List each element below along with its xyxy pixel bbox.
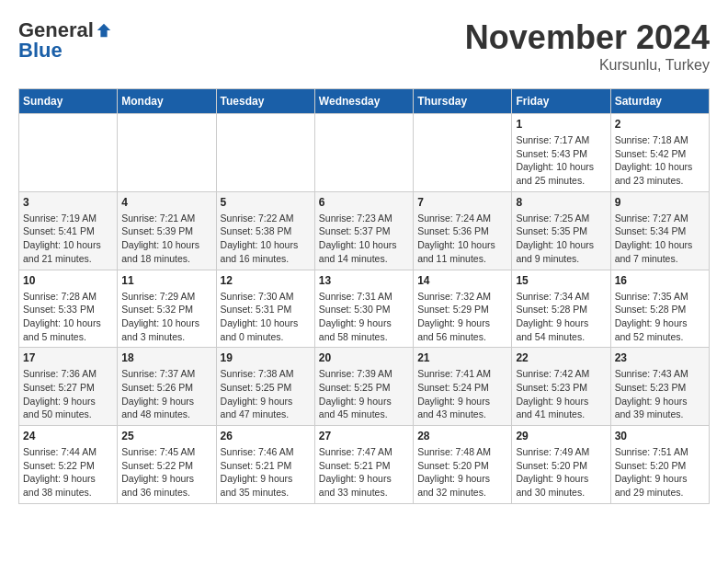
calendar-cell: 21Sunrise: 7:41 AM Sunset: 5:24 PM Dayli…: [414, 348, 512, 426]
day-info: Sunrise: 7:48 AM Sunset: 5:20 PM Dayligh…: [417, 445, 507, 500]
day-number: 5: [221, 196, 311, 209]
calendar-cell: 24Sunrise: 7:44 AM Sunset: 5:22 PM Dayli…: [19, 426, 118, 504]
weekday-header: Saturday: [610, 89, 709, 114]
calendar-week-row: 10Sunrise: 7:28 AM Sunset: 5:33 PM Dayli…: [19, 270, 710, 348]
day-info: Sunrise: 7:27 AM Sunset: 5:34 PM Dayligh…: [615, 212, 705, 266]
weekday-header: Thursday: [414, 89, 512, 114]
calendar-cell: [314, 114, 413, 192]
day-number: 7: [417, 196, 507, 209]
day-info: Sunrise: 7:23 AM Sunset: 5:37 PM Dayligh…: [319, 212, 409, 266]
day-info: Sunrise: 7:39 AM Sunset: 5:25 PM Dayligh…: [319, 367, 409, 421]
calendar-cell: 26Sunrise: 7:46 AM Sunset: 5:21 PM Dayli…: [216, 426, 314, 504]
day-info: Sunrise: 7:21 AM Sunset: 5:39 PM Dayligh…: [121, 212, 211, 266]
day-info: Sunrise: 7:47 AM Sunset: 5:21 PM Dayligh…: [319, 445, 409, 500]
calendar-cell: 18Sunrise: 7:37 AM Sunset: 5:26 PM Dayli…: [118, 348, 216, 426]
calendar-cell: 15Sunrise: 7:34 AM Sunset: 5:28 PM Dayli…: [512, 270, 610, 348]
day-info: Sunrise: 7:19 AM Sunset: 5:41 PM Dayligh…: [23, 212, 113, 266]
calendar-cell: 3Sunrise: 7:19 AM Sunset: 5:41 PM Daylig…: [19, 191, 118, 270]
day-number: 2: [615, 118, 705, 131]
calendar-cell: 10Sunrise: 7:28 AM Sunset: 5:33 PM Dayli…: [19, 270, 118, 348]
day-number: 15: [516, 274, 606, 287]
calendar-cell: 2Sunrise: 7:18 AM Sunset: 5:42 PM Daylig…: [610, 114, 709, 192]
day-info: Sunrise: 7:34 AM Sunset: 5:28 PM Dayligh…: [516, 290, 606, 344]
day-info: Sunrise: 7:46 AM Sunset: 5:21 PM Dayligh…: [221, 445, 311, 500]
calendar-week-row: 3Sunrise: 7:19 AM Sunset: 5:41 PM Daylig…: [19, 191, 710, 270]
day-number: 4: [121, 196, 211, 209]
weekday-header-row: SundayMondayTuesdayWednesdayThursdayFrid…: [19, 89, 710, 114]
day-number: 17: [23, 351, 113, 364]
logo-icon: [96, 22, 112, 39]
day-info: Sunrise: 7:30 AM Sunset: 5:31 PM Dayligh…: [221, 290, 311, 344]
day-number: 16: [615, 274, 705, 287]
day-info: Sunrise: 7:42 AM Sunset: 5:23 PM Dayligh…: [516, 367, 606, 421]
calendar-week-row: 17Sunrise: 7:36 AM Sunset: 5:27 PM Dayli…: [19, 348, 710, 426]
calendar-cell: 19Sunrise: 7:38 AM Sunset: 5:25 PM Dayli…: [216, 348, 314, 426]
day-number: 18: [121, 351, 211, 364]
day-info: Sunrise: 7:25 AM Sunset: 5:35 PM Dayligh…: [516, 212, 606, 266]
calendar-cell: 12Sunrise: 7:30 AM Sunset: 5:31 PM Dayli…: [216, 270, 314, 348]
day-info: Sunrise: 7:36 AM Sunset: 5:27 PM Dayligh…: [23, 367, 113, 421]
calendar-cell: 5Sunrise: 7:22 AM Sunset: 5:38 PM Daylig…: [216, 191, 314, 270]
day-info: Sunrise: 7:49 AM Sunset: 5:20 PM Dayligh…: [516, 445, 606, 500]
day-number: 20: [319, 351, 409, 364]
day-info: Sunrise: 7:32 AM Sunset: 5:29 PM Dayligh…: [417, 290, 507, 344]
calendar-cell: 29Sunrise: 7:49 AM Sunset: 5:20 PM Dayli…: [512, 426, 610, 504]
day-info: Sunrise: 7:43 AM Sunset: 5:23 PM Dayligh…: [615, 367, 705, 421]
day-number: 27: [319, 430, 409, 442]
logo: General Blue: [18, 18, 112, 63]
day-number: 11: [121, 274, 211, 287]
day-number: 26: [221, 430, 311, 442]
calendar-cell: 6Sunrise: 7:23 AM Sunset: 5:37 PM Daylig…: [314, 191, 413, 270]
day-info: Sunrise: 7:29 AM Sunset: 5:32 PM Dayligh…: [121, 290, 211, 344]
day-number: 25: [121, 430, 211, 442]
calendar-cell: 4Sunrise: 7:21 AM Sunset: 5:39 PM Daylig…: [118, 191, 216, 270]
day-number: 23: [615, 351, 705, 364]
calendar-cell: 28Sunrise: 7:48 AM Sunset: 5:20 PM Dayli…: [414, 426, 512, 504]
calendar-cell: 13Sunrise: 7:31 AM Sunset: 5:30 PM Dayli…: [314, 270, 413, 348]
calendar-cell: 1Sunrise: 7:17 AM Sunset: 5:43 PM Daylig…: [512, 114, 610, 192]
day-number: 28: [417, 430, 507, 442]
calendar-cell: [414, 114, 512, 192]
day-number: 8: [516, 196, 606, 209]
calendar-cell: 23Sunrise: 7:43 AM Sunset: 5:23 PM Dayli…: [610, 348, 709, 426]
title-block: November 2024 Kursunlu, Turkey: [465, 18, 710, 74]
day-number: 24: [23, 430, 113, 442]
location-text: Kursunlu, Turkey: [465, 57, 710, 74]
weekday-header: Tuesday: [216, 89, 314, 114]
day-info: Sunrise: 7:28 AM Sunset: 5:33 PM Dayligh…: [23, 290, 113, 344]
svg-marker-0: [97, 24, 110, 37]
calendar-cell: 30Sunrise: 7:51 AM Sunset: 5:20 PM Dayli…: [610, 426, 709, 504]
day-number: 12: [221, 274, 311, 287]
calendar-cell: 17Sunrise: 7:36 AM Sunset: 5:27 PM Dayli…: [19, 348, 118, 426]
day-info: Sunrise: 7:45 AM Sunset: 5:22 PM Dayligh…: [121, 445, 211, 500]
day-number: 1: [516, 118, 606, 131]
month-title: November 2024: [465, 18, 710, 57]
day-info: Sunrise: 7:37 AM Sunset: 5:26 PM Dayligh…: [121, 367, 211, 421]
day-info: Sunrise: 7:38 AM Sunset: 5:25 PM Dayligh…: [221, 367, 311, 421]
day-number: 13: [319, 274, 409, 287]
weekday-header: Friday: [512, 89, 610, 114]
day-info: Sunrise: 7:44 AM Sunset: 5:22 PM Dayligh…: [23, 445, 113, 500]
day-number: 3: [23, 196, 113, 209]
day-info: Sunrise: 7:31 AM Sunset: 5:30 PM Dayligh…: [319, 290, 409, 344]
calendar-cell: 14Sunrise: 7:32 AM Sunset: 5:29 PM Dayli…: [414, 270, 512, 348]
day-info: Sunrise: 7:51 AM Sunset: 5:20 PM Dayligh…: [615, 445, 705, 500]
page-header: General Blue November 2024 Kursunlu, Tur…: [18, 18, 710, 74]
weekday-header: Monday: [118, 89, 216, 114]
calendar-cell: 8Sunrise: 7:25 AM Sunset: 5:35 PM Daylig…: [512, 191, 610, 270]
calendar-cell: 16Sunrise: 7:35 AM Sunset: 5:28 PM Dayli…: [610, 270, 709, 348]
calendar-cell: [118, 114, 216, 192]
calendar-cell: 27Sunrise: 7:47 AM Sunset: 5:21 PM Dayli…: [314, 426, 413, 504]
day-number: 6: [319, 196, 409, 209]
calendar-week-row: 1Sunrise: 7:17 AM Sunset: 5:43 PM Daylig…: [19, 114, 710, 192]
logo-blue-text: Blue: [18, 39, 63, 63]
day-info: Sunrise: 7:18 AM Sunset: 5:42 PM Dayligh…: [615, 133, 705, 188]
calendar-cell: 22Sunrise: 7:42 AM Sunset: 5:23 PM Dayli…: [512, 348, 610, 426]
calendar-week-row: 24Sunrise: 7:44 AM Sunset: 5:22 PM Dayli…: [19, 426, 710, 504]
day-number: 10: [23, 274, 113, 287]
day-info: Sunrise: 7:41 AM Sunset: 5:24 PM Dayligh…: [417, 367, 507, 421]
day-number: 30: [615, 430, 705, 442]
calendar-cell: 20Sunrise: 7:39 AM Sunset: 5:25 PM Dayli…: [314, 348, 413, 426]
weekday-header: Sunday: [19, 89, 118, 114]
calendar-cell: [19, 114, 118, 192]
